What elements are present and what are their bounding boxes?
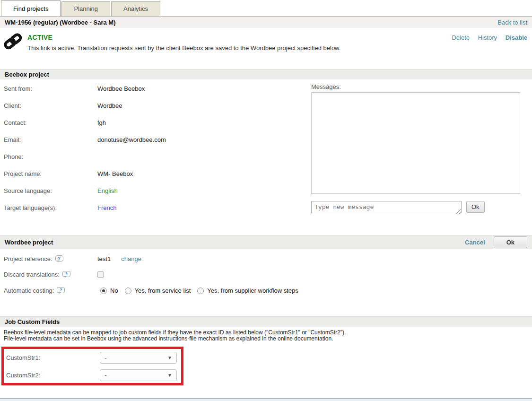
help-icon[interactable]: ?	[55, 255, 63, 262]
description-line-1: Beebox file-level metadata can be mapped…	[4, 330, 528, 335]
radio-option-yes-supplier-workflow[interactable]: Yes, from supplier workflow steps	[197, 287, 298, 294]
field-value: Wordbee Beebox	[97, 85, 145, 92]
automatic-costing-options: No Yes, from service list Yes, from supp…	[97, 287, 305, 294]
tab-analytics[interactable]: Analytics	[111, 1, 160, 16]
job-custom-fields-title: Job Custom Fields	[5, 318, 60, 325]
radio-option-yes-service-list[interactable]: Yes, from service list	[125, 287, 191, 294]
beebox-section-body: Sent from: Wordbee Beebox Client: Wordbe…	[0, 79, 532, 235]
field-value: donotuse@wordbee.com	[97, 136, 166, 143]
radio-selected-icon	[100, 288, 107, 294]
customstr2-row: CustomStr2: - ▼	[4, 366, 181, 384]
field-label: Discard translations:	[4, 271, 60, 278]
project-reference-label-cell: Project reference: ?	[4, 255, 97, 262]
wordbee-section-body: Project reference: ? test1 change Discar…	[0, 249, 532, 316]
page-title: WM-1956 (regular) (Wordbee - Sara M)	[5, 19, 116, 26]
status-text: ACTIVE This link is active. Translation …	[27, 34, 340, 52]
delete-link[interactable]: Delete	[452, 34, 470, 41]
dropdown-arrow-icon: ▼	[167, 373, 172, 378]
field-label: Project reference:	[4, 255, 52, 262]
job-custom-fields-description: Beebox file-level metadata can be mapped…	[0, 327, 532, 341]
messages-panel: Messages: Ok	[311, 83, 520, 215]
status-label: ACTIVE	[27, 34, 340, 41]
field-label: Email:	[4, 136, 97, 143]
status-actions: Delete History Disable	[445, 34, 527, 41]
tab-find-projects[interactable]: Find projects	[1, 0, 61, 16]
radio-unselected-icon	[125, 288, 131, 294]
selected-value: -	[105, 354, 106, 361]
tab-planning[interactable]: Planning	[61, 1, 110, 16]
discard-translations-label-cell: Discard translations: ?	[4, 271, 97, 278]
messages-label: Messages:	[311, 83, 520, 90]
status-section: ACTIVE This link is active. Translation …	[0, 28, 532, 69]
link-icon	[3, 33, 23, 50]
wordbee-section-title: Wordbee project	[5, 239, 53, 246]
wordbee-ok-button[interactable]: Ok	[494, 236, 527, 248]
annotation-red-box: CustomStr1: - ▼ CustomStr2: - ▼	[1, 347, 183, 385]
wordbee-section-header: Wordbee project Cancel Ok	[0, 235, 532, 249]
beebox-section-title: Beebox project	[5, 71, 49, 78]
selected-value: -	[105, 372, 106, 379]
source-language-value: English	[97, 187, 118, 194]
automatic-costing-row: Automatic costing: ? No Yes, from servic…	[0, 287, 532, 294]
project-reference-row: Project reference: ? test1 change	[0, 255, 532, 271]
radio-option-no[interactable]: No	[100, 287, 118, 294]
message-ok-button[interactable]: Ok	[466, 201, 485, 213]
cancel-link[interactable]: Cancel	[465, 239, 485, 246]
title-bar: WM-1956 (regular) (Wordbee - Sara M) Bac…	[0, 16, 532, 28]
discard-translations-checkbox[interactable]	[97, 271, 104, 278]
radio-label: No	[110, 287, 118, 294]
change-link[interactable]: change	[121, 255, 141, 262]
field-value: Wordbee	[97, 102, 122, 109]
field-label: Project name:	[4, 170, 97, 177]
discard-translations-row: Discard translations: ?	[0, 271, 532, 287]
wordbee-header-actions: Cancel Ok	[465, 236, 527, 248]
field-label: CustomStr2:	[6, 372, 100, 379]
back-to-list-link[interactable]: Back to list	[497, 19, 527, 26]
bottom-divider	[0, 398, 532, 401]
beebox-section-header: Beebox project	[0, 69, 532, 79]
field-label: Phone:	[4, 153, 97, 160]
message-input-row: Ok	[311, 201, 520, 215]
help-icon[interactable]: ?	[57, 287, 65, 293]
page: { "tabs": [ { "label": "Find projects", …	[0, 0, 532, 401]
status-description: This link is active. Translation request…	[27, 44, 340, 52]
customstr1-row: CustomStr1: - ▼	[4, 349, 181, 366]
radio-label: Yes, from supplier workflow steps	[207, 287, 298, 294]
field-value: fgh	[97, 119, 106, 126]
job-custom-fields-header: Job Custom Fields	[0, 316, 532, 327]
customstr2-select[interactable]: - ▼	[100, 369, 177, 381]
messages-list-box[interactable]	[311, 92, 520, 194]
project-reference-value: test1	[97, 255, 111, 262]
description-line-2: File-level metadata can be set in Beebox…	[4, 336, 528, 341]
history-link[interactable]: History	[478, 34, 497, 41]
help-icon[interactable]: ?	[62, 271, 70, 277]
customstr1-select[interactable]: - ▼	[100, 352, 177, 364]
radio-unselected-icon	[197, 288, 204, 294]
field-label: Source language:	[4, 187, 97, 194]
dropdown-arrow-icon: ▼	[167, 355, 172, 360]
field-value: WM- Beebox	[97, 170, 133, 177]
target-language-value: French	[97, 204, 116, 211]
field-label: Automatic costing:	[4, 287, 54, 294]
disable-link[interactable]: Disable	[506, 34, 527, 41]
field-label: Target language(s):	[4, 204, 97, 211]
field-label: Client:	[4, 102, 97, 109]
new-message-input[interactable]	[311, 201, 462, 213]
field-label: CustomStr1:	[6, 354, 100, 361]
field-label: Sent from:	[4, 85, 97, 92]
automatic-costing-label-cell: Automatic costing: ?	[4, 287, 97, 294]
field-label: Contact:	[4, 119, 97, 126]
radio-label: Yes, from service list	[135, 287, 191, 294]
tab-bar: Find projects Planning Analytics	[0, 0, 532, 16]
